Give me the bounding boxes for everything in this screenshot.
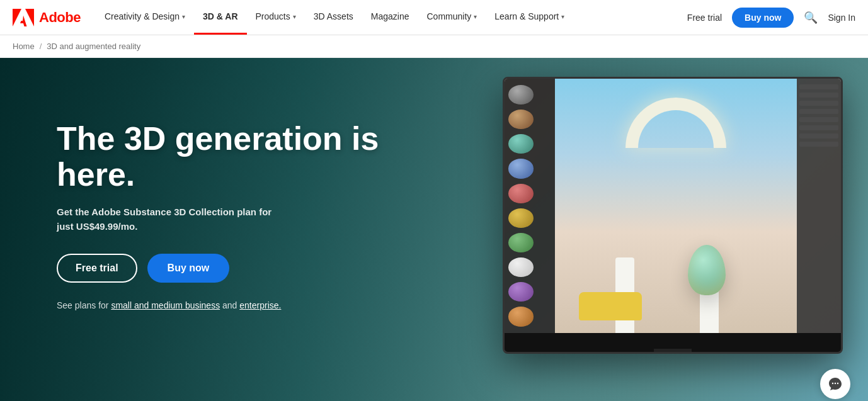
- hero-plans-text: See plans for small and medium business …: [57, 300, 422, 310]
- smb-plans-link[interactable]: small and medium business: [111, 300, 220, 310]
- ui-strip-2: [799, 93, 838, 98]
- svg-point-2: [837, 383, 838, 384]
- material-ball-8: [508, 257, 534, 277]
- navigation: Adobe Creativity & Design ▾ 3D & AR Prod…: [0, 0, 868, 35]
- nav-right: Free trial Buy now 🔍 Sign In: [687, 8, 855, 28]
- monitor-left-panel: [505, 79, 555, 333]
- hero-title: The 3D generation is here.: [57, 121, 422, 193]
- nav-items: Creativity & Design ▾ 3D & AR Products ▾…: [96, 0, 687, 35]
- nav-item-3d-ar[interactable]: 3D & AR: [194, 0, 247, 35]
- nav-item-3d-assets[interactable]: 3D Assets: [305, 0, 362, 35]
- scene-ring-light: [625, 98, 726, 148]
- nav-item-magazine[interactable]: Magazine: [362, 0, 418, 35]
- material-ball-1: [508, 85, 534, 104]
- enterprise-plans-link[interactable]: enterprise.: [239, 300, 281, 310]
- material-ball-7: [508, 233, 534, 252]
- monitor-screen: [505, 79, 841, 333]
- chevron-down-icon: ▾: [182, 13, 185, 20]
- breadcrumb-separator: /: [40, 42, 42, 51]
- monitor-right-panel: [797, 79, 841, 333]
- ui-strip-3: [799, 101, 838, 106]
- free-trial-button[interactable]: Free trial: [57, 254, 137, 283]
- adobe-logo[interactable]: Adobe: [13, 9, 81, 26]
- chevron-down-icon: ▾: [293, 13, 296, 20]
- ui-strip-8: [799, 142, 838, 147]
- hero-content: The 3D generation is here. Get the Adobe…: [57, 121, 422, 310]
- chat-widget[interactable]: [820, 369, 850, 399]
- ui-strip-1: [799, 84, 838, 89]
- sign-in-link[interactable]: Sign In: [828, 13, 855, 23]
- material-ball-6: [508, 208, 534, 228]
- nav-item-products[interactable]: Products ▾: [247, 0, 305, 35]
- chevron-down-icon: ▾: [474, 13, 477, 20]
- material-ball-2: [508, 110, 534, 129]
- buy-now-button[interactable]: Buy now: [147, 254, 230, 283]
- adobe-logo-text: Adobe: [39, 9, 81, 26]
- nav-item-community[interactable]: Community ▾: [418, 0, 486, 35]
- svg-point-0: [832, 383, 833, 384]
- svg-point-1: [835, 383, 836, 384]
- scene-sofa: [579, 292, 642, 320]
- nav-item-learn-support[interactable]: Learn & Support ▾: [486, 0, 573, 35]
- nav-buy-now-button[interactable]: Buy now: [732, 8, 794, 28]
- nav-item-creativity[interactable]: Creativity & Design ▾: [96, 0, 194, 35]
- nav-free-trial[interactable]: Free trial: [687, 13, 722, 23]
- ui-strip-4: [799, 109, 838, 114]
- breadcrumb-home[interactable]: Home: [13, 42, 35, 51]
- hero-subtitle: Get the Adobe Substance 3D Collection pl…: [57, 205, 422, 234]
- ui-strip-6: [799, 125, 838, 130]
- chat-icon: [828, 376, 843, 392]
- material-ball-5: [508, 184, 534, 203]
- scene-3d-object: [688, 245, 726, 295]
- material-ball-4: [508, 159, 534, 178]
- adobe-logo-icon: [13, 9, 34, 26]
- material-ball-3: [508, 134, 534, 154]
- chevron-down-icon: ▾: [561, 13, 564, 20]
- material-ball-10: [508, 307, 534, 326]
- monitor-stand: [654, 349, 692, 354]
- ui-strip-7: [799, 133, 838, 138]
- search-icon[interactable]: 🔍: [804, 11, 818, 25]
- breadcrumb: Home / 3D and augmented reality: [0, 35, 868, 58]
- breadcrumb-current: 3D and augmented reality: [47, 42, 140, 51]
- monitor-3d-scene: [555, 79, 797, 333]
- hero-cta-buttons: Free trial Buy now: [57, 254, 422, 283]
- hero-section: The 3D generation is here. Get the Adobe…: [0, 58, 868, 401]
- ui-strip-5: [799, 117, 838, 122]
- hero-monitor-graphic: [503, 77, 843, 354]
- material-ball-9: [508, 282, 534, 302]
